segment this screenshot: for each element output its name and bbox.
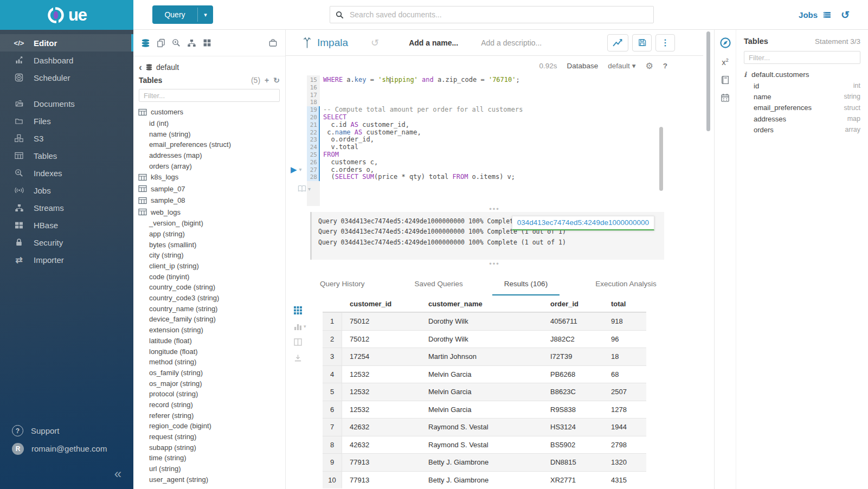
table-item-customers[interactable]: customers — [133, 106, 285, 118]
table-filter-input[interactable] — [139, 89, 280, 102]
column-item[interactable]: country_code3 (string) — [133, 293, 285, 304]
column-item[interactable]: code (tinyint) — [133, 271, 285, 282]
columns-split-icon[interactable] — [294, 338, 313, 346]
column-item[interactable]: referer (string) — [133, 410, 285, 421]
bar-chart-icon[interactable]: ▾ — [294, 323, 313, 330]
column-item[interactable]: client_ip (string) — [133, 261, 285, 272]
column-item[interactable]: time (string) — [133, 453, 285, 464]
column-item[interactable]: user_agent (string) — [133, 474, 285, 485]
chevron-down-icon[interactable]: ▾ — [299, 166, 302, 172]
column-item[interactable]: orders (array) — [133, 160, 285, 171]
code-line[interactable]: 27 c.orders o, — [286, 166, 703, 174]
column-item[interactable]: addresses (map) — [133, 150, 285, 161]
code-line[interactable]: 16 — [286, 84, 703, 92]
compass-icon[interactable] — [719, 37, 731, 49]
chevron-down-icon[interactable]: ▾ — [198, 5, 213, 24]
jobs-link[interactable]: Jobs — [799, 10, 832, 20]
sidebar-item-documents[interactable]: Documents — [0, 95, 133, 112]
code-line[interactable]: 19-- Compute total amount per order for … — [286, 106, 703, 114]
column-item[interactable]: protocol (string) — [133, 389, 285, 400]
column-item[interactable]: longitude (float) — [133, 346, 285, 357]
column-item[interactable]: app (string) — [133, 229, 285, 240]
code-line[interactable]: 17 — [286, 92, 703, 99]
code-line[interactable]: 23 o.order_id, — [286, 136, 703, 144]
code-line[interactable]: 25FROM — [286, 151, 703, 159]
editor-scrollbar[interactable] — [659, 127, 663, 191]
query-history-icon[interactable]: ↺ — [841, 9, 850, 21]
add-table-icon[interactable]: + — [265, 76, 269, 85]
assist-filter-input[interactable] — [744, 51, 860, 64]
column-item[interactable]: subapp (string) — [133, 442, 285, 453]
grid-blocks-icon[interactable] — [203, 38, 211, 47]
sidebar-item-scheduler[interactable]: Scheduler — [0, 69, 133, 86]
column-header-customer-name[interactable]: customer_name — [421, 295, 543, 312]
help-icon[interactable]: ? — [663, 62, 667, 70]
copy-docs-icon[interactable] — [157, 38, 165, 48]
database-select[interactable]: default ▾ — [608, 61, 635, 70]
sidebar-item-editor[interactable]: </>Editor — [0, 34, 133, 52]
search-input[interactable] — [349, 10, 648, 20]
column-item[interactable]: region_code (bigint) — [133, 421, 285, 432]
grid3-icon[interactable] — [294, 306, 313, 314]
query-description-field[interactable]: Add a descriptio... — [481, 38, 542, 47]
assist-column-name[interactable]: namestring — [744, 91, 860, 102]
sidebar-item-dashboard[interactable]: Dashboard — [0, 52, 133, 69]
table-item-sample-08[interactable]: sample_08 — [133, 195, 285, 207]
tab-execution-analysis[interactable]: Execution Analysis — [592, 280, 660, 295]
code-editor[interactable]: 15WHERE a.key = 'shipping' and a.zip_cod… — [286, 75, 703, 206]
resize-handle-icon[interactable]: ••• — [286, 206, 703, 212]
assist-column-orders[interactable]: ordersarray — [744, 124, 860, 135]
column-item[interactable]: extension (string) — [133, 325, 285, 336]
column-item[interactable]: os_major (string) — [133, 378, 285, 389]
tab-query-history[interactable]: Query History — [317, 280, 368, 295]
sidebar-item-user[interactable]: R romain@gethue.com — [0, 440, 133, 458]
sidebar-item-importer[interactable]: ⇄Importer — [0, 251, 133, 268]
more-actions-button[interactable]: ⋮ — [655, 34, 675, 52]
new-query-button[interactable]: Query ▾ — [152, 5, 213, 24]
query-name-field[interactable]: Add a name... — [409, 38, 458, 47]
column-header-customer-id[interactable]: customer_id — [342, 295, 421, 312]
query-id-link[interactable]: 034d413ec7474ed5:4249de1000000000 — [512, 216, 654, 230]
sidebar-item-jobs[interactable]: Jobs — [0, 182, 133, 199]
database-icon[interactable] — [141, 38, 150, 48]
column-item[interactable]: os_family (string) — [133, 368, 285, 378]
sidebar-item-security[interactable]: Security — [0, 234, 133, 251]
column-header-total[interactable]: total — [603, 295, 646, 312]
chevron-left-icon[interactable]: ‹ — [139, 63, 142, 71]
page-scrollbar[interactable] — [706, 31, 710, 131]
column-item[interactable]: email_preferences (struct) — [133, 139, 285, 150]
column-item[interactable]: country_name (string) — [133, 303, 285, 314]
sidebar-item-hbase[interactable]: HBase — [0, 216, 133, 234]
code-line[interactable]: 22 c.name AS customer_name, — [286, 129, 703, 137]
code-line[interactable]: 24 v.total — [286, 144, 703, 151]
presentation-mode-button[interactable]: ▾ — [298, 185, 311, 192]
column-item[interactable]: name (string) — [133, 128, 285, 139]
column-item[interactable]: latitude (float) — [133, 336, 285, 346]
search-plus-icon[interactable] — [172, 38, 181, 47]
book-icon[interactable] — [721, 75, 730, 85]
chart-button[interactable] — [607, 34, 628, 52]
download-icon[interactable] — [294, 354, 313, 362]
table-item-k8s-logs[interactable]: k8s_logs — [133, 171, 285, 183]
resize-handle-icon[interactable]: ••• — [286, 260, 703, 268]
superscript-icon[interactable]: x2 — [722, 57, 729, 67]
sidebar-item-streams[interactable]: Streams — [0, 199, 133, 216]
table-item-sample-07[interactable]: sample_07 — [133, 183, 285, 195]
refresh-icon[interactable]: ↻ — [273, 76, 280, 85]
column-item[interactable]: request (string) — [133, 432, 285, 442]
calendar-icon[interactable] — [721, 93, 730, 102]
collapse-sidebar-icon[interactable]: « — [114, 466, 121, 481]
tab-results-106-[interactable]: Results (106) — [492, 280, 560, 295]
column-item[interactable]: method (string) — [133, 357, 285, 368]
sidebar-item-support[interactable]: ? Support — [0, 422, 133, 440]
assist-table-item[interactable]: i default.customers — [744, 70, 860, 79]
sidebar-item-s3[interactable]: S3 — [0, 130, 133, 147]
save-button[interactable] — [632, 34, 652, 52]
sidebar-item-indexes[interactable]: Indexes — [0, 164, 133, 182]
run-query-button[interactable]: ▶ ▾ — [291, 165, 302, 173]
column-item[interactable]: id (int) — [133, 118, 285, 129]
column-item[interactable]: record (string) — [133, 400, 285, 410]
code-line[interactable]: 21 c.id AS customer_id, — [286, 121, 703, 129]
sitemap-icon[interactable] — [187, 39, 196, 47]
column-header-order-id[interactable]: order_id — [543, 295, 603, 312]
